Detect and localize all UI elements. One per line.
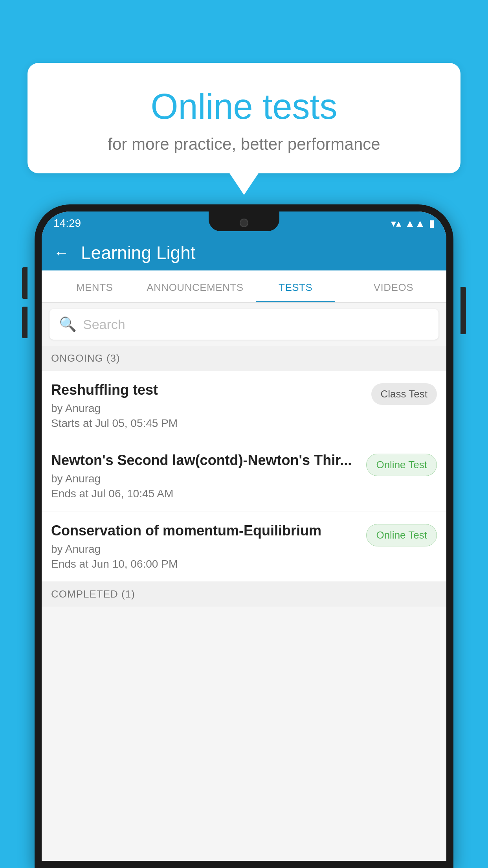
test-time-newton: Ends at Jul 06, 10:45 AM: [51, 487, 360, 500]
test-info-reshuffling: Reshuffling test by Anurag Starts at Jul…: [51, 382, 365, 430]
app-header: ← Learning Light: [42, 235, 446, 270]
front-camera: [240, 219, 248, 227]
test-title-conservation: Conservation of momentum-Equilibrium: [51, 522, 360, 539]
speech-bubble: Online tests for more practice, better p…: [28, 63, 460, 173]
test-author-reshuffling: by Anurag: [51, 402, 365, 415]
phone-screen: 14:29 ▾▴ ▲▲ ▮ ← Learning Light MENTS ANN…: [42, 211, 446, 861]
wifi-icon: ▾▴: [391, 217, 401, 230]
bubble-subtitle: for more practice, better performance: [43, 135, 445, 154]
tab-announcements[interactable]: ANNOUNCEMENTS: [143, 270, 246, 302]
tab-videos[interactable]: VIDEOS: [345, 270, 442, 302]
search-placeholder: Search: [83, 317, 125, 332]
test-item-newton[interactable]: Newton's Second law(contd)-Newton's Thir…: [42, 441, 446, 511]
phone-frame: 14:29 ▾▴ ▲▲ ▮ ← Learning Light MENTS ANN…: [35, 204, 453, 868]
test-info-newton: Newton's Second law(contd)-Newton's Thir…: [51, 452, 360, 500]
signal-icon: ▲▲: [405, 217, 425, 230]
badge-class-test-1: Class Test: [371, 383, 437, 405]
test-title-reshuffling: Reshuffling test: [51, 382, 365, 398]
status-icons: ▾▴ ▲▲ ▮: [391, 217, 435, 230]
badge-online-test-3: Online Test: [366, 524, 437, 546]
power-button: [460, 287, 466, 334]
search-box[interactable]: 🔍 Search: [50, 309, 438, 340]
test-author-newton: by Anurag: [51, 473, 360, 485]
badge-online-test-2: Online Test: [366, 454, 437, 476]
app-title: Learning Light: [81, 242, 196, 263]
test-time-conservation: Ends at Jun 10, 06:00 PM: [51, 558, 360, 570]
tabs-bar: MENTS ANNOUNCEMENTS TESTS VIDEOS: [42, 270, 446, 303]
test-time-reshuffling: Starts at Jul 05, 05:45 PM: [51, 417, 365, 430]
battery-icon: ▮: [429, 217, 435, 230]
ongoing-section-header: ONGOING (3): [42, 346, 446, 371]
test-info-conservation: Conservation of momentum-Equilibrium by …: [51, 522, 360, 570]
tab-ments[interactable]: MENTS: [46, 270, 143, 302]
test-title-newton: Newton's Second law(contd)-Newton's Thir…: [51, 452, 360, 469]
search-icon: 🔍: [59, 316, 77, 333]
status-time: 14:29: [53, 217, 81, 230]
phone-notch: [209, 211, 279, 231]
test-author-conservation: by Anurag: [51, 543, 360, 555]
tab-tests[interactable]: TESTS: [247, 270, 345, 302]
back-button[interactable]: ←: [53, 244, 69, 262]
search-container: 🔍 Search: [42, 303, 446, 346]
test-item-reshuffling[interactable]: Reshuffling test by Anurag Starts at Jul…: [42, 371, 446, 441]
volume-down-button: [22, 307, 28, 338]
bubble-title: Online tests: [43, 86, 445, 127]
volume-up-button: [22, 267, 28, 299]
test-item-conservation[interactable]: Conservation of momentum-Equilibrium by …: [42, 511, 446, 582]
completed-section-header: COMPLETED (1): [42, 582, 446, 607]
